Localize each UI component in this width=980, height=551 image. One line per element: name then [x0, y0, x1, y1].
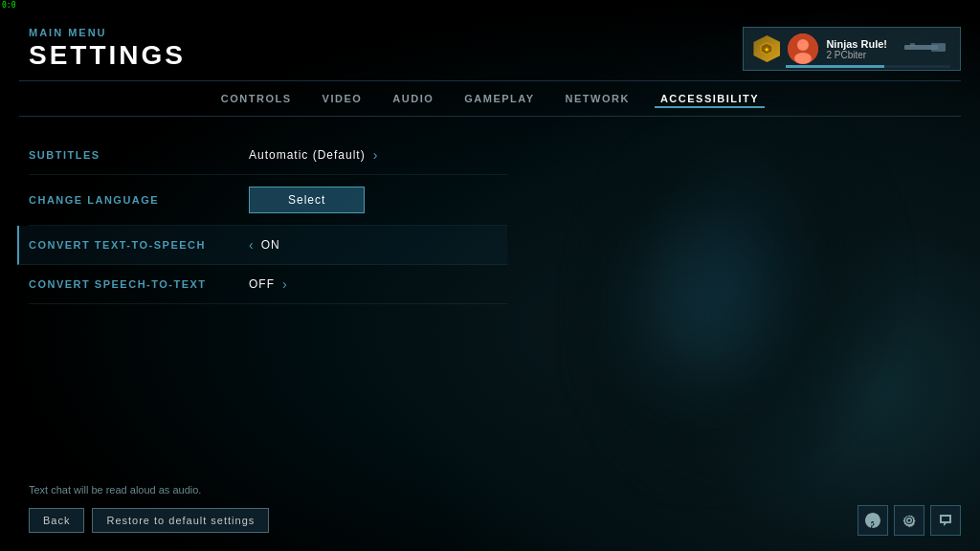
svg-point-4: [794, 53, 812, 64]
subtitles-right-arrow[interactable]: ›: [373, 147, 378, 163]
setting-row-subtitles: SUBTITLES Automatic (Default) ›: [29, 136, 507, 175]
svg-point-3: [797, 39, 809, 51]
back-button[interactable]: Back: [29, 508, 84, 533]
tab-video[interactable]: VIDEO: [317, 89, 368, 108]
tts-label: CONVERT TEXT-TO-SPEECH: [29, 239, 249, 251]
svg-rect-8: [938, 44, 946, 51]
player-card: ★ Ninjas Rule! 2 PCbiter: [743, 27, 961, 71]
language-value-area: Select: [249, 187, 507, 213]
title-area: MAIN MENU SETTINGS: [29, 27, 186, 71]
select-button[interactable]: Select: [249, 187, 365, 213]
tts-left-arrow[interactable]: ‹: [249, 237, 254, 253]
setting-row-language: CHANGE LANGUAGE Select: [29, 175, 507, 226]
footer: Text chat will be read aloud as audio. B…: [0, 474, 980, 551]
page-title: SETTINGS: [29, 40, 186, 71]
tab-network[interactable]: NETWORK: [560, 89, 635, 108]
avatar: [788, 33, 818, 64]
stt-value: OFF: [249, 277, 275, 291]
steam-icon-button[interactable]: [858, 505, 888, 536]
setting-row-stt: CONVERT SPEECH-TO-TEXT OFF ›: [29, 265, 507, 304]
footer-left-buttons: Back Restore to default settings: [29, 508, 269, 533]
footer-note: Text chat will be read aloud as audio.: [29, 484, 961, 496]
player-name: Ninjas Rule!: [826, 38, 887, 50]
tab-controls[interactable]: CONTROLS: [215, 89, 298, 108]
xp-bar-fill: [786, 65, 884, 68]
subtitles-value: Automatic (Default): [249, 148, 366, 162]
footer-icons: [858, 505, 961, 536]
svg-text:★: ★: [764, 46, 769, 53]
rank-badge: ★: [753, 35, 780, 62]
player-info: Ninjas Rule! 2 PCbiter: [826, 38, 887, 60]
corner-mark: 0:0: [0, 0, 17, 11]
weapon-icon: [902, 37, 950, 60]
language-label: CHANGE LANGUAGE: [29, 194, 249, 206]
stt-right-arrow[interactable]: ›: [282, 276, 287, 292]
stt-value-area: OFF ›: [249, 276, 507, 292]
setting-row-tts: CONVERT TEXT-TO-SPEECH ‹ ON: [17, 226, 507, 265]
subtitles-label: SUBTITLES: [29, 149, 249, 161]
subtitles-value-area: Automatic (Default) ›: [249, 147, 507, 163]
svg-rect-7: [910, 43, 915, 46]
header: MAIN MENU SETTINGS ★ Ninjas Rule! 2 PCbi…: [0, 0, 980, 80]
tts-value-area: ‹ ON: [249, 237, 507, 253]
restore-button[interactable]: Restore to default settings: [92, 508, 269, 533]
breadcrumb: MAIN MENU: [29, 27, 186, 38]
settings-list: SUBTITLES Automatic (Default) › CHANGE L…: [29, 136, 507, 455]
tab-gameplay[interactable]: GAMEPLAY: [458, 89, 540, 108]
footer-buttons: Back Restore to default settings: [29, 505, 961, 536]
xp-bar: [786, 65, 950, 68]
tts-value: ON: [261, 238, 280, 252]
settings-icon-button[interactable]: [894, 505, 924, 536]
nav-tabs: CONTROLS VIDEO AUDIO GAMEPLAY NETWORK AC…: [19, 80, 961, 117]
tab-audio[interactable]: AUDIO: [387, 89, 439, 108]
player-sub: 2 PCbiter: [826, 50, 887, 60]
content-area: SUBTITLES Automatic (Default) › CHANGE L…: [0, 117, 980, 474]
tab-accessibility[interactable]: ACCESSIBILITY: [655, 89, 765, 108]
chat-icon-button[interactable]: [930, 505, 961, 536]
stt-label: CONVERT SPEECH-TO-TEXT: [29, 278, 249, 290]
